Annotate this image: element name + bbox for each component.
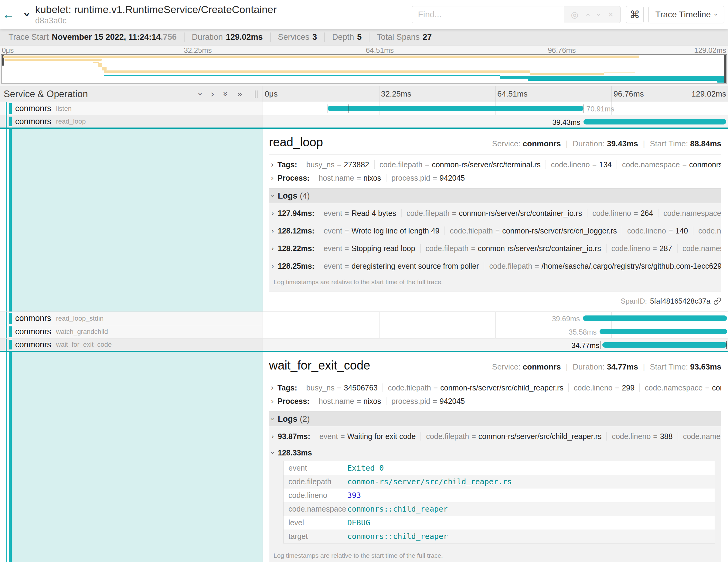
key-value-pair: code.namespace=conmonrs::co... <box>658 209 721 217</box>
tags-row[interactable]: ›Tags:busy_ns=273882code.filepath=conmon… <box>269 158 721 171</box>
minimap-span <box>98 63 102 67</box>
meta-label: Duration: <box>573 362 607 371</box>
collapse-all-icon[interactable]: » <box>220 91 231 97</box>
expand-process-icon: › <box>271 395 274 408</box>
clear-find-icon[interactable]: × <box>608 10 613 19</box>
kv-value: conmon-rs/server/src/child_reaper.rs <box>440 383 563 392</box>
span-timeline-cell[interactable]: 34.77ms <box>263 339 728 351</box>
minimap-canvas[interactable] <box>1 54 727 83</box>
span-duration-bar[interactable] <box>328 106 583 111</box>
span-row[interactable]: conmonrslisten70.91ms <box>0 102 728 115</box>
meta-value: 34.77ms <box>607 362 638 371</box>
detail-divider <box>269 155 721 155</box>
summary-item-label: Trace Start <box>9 32 49 42</box>
find-input[interactable] <box>412 6 564 23</box>
process-row[interactable]: ›Process:host.name=nixosprocess.pid=9420… <box>269 171 721 185</box>
span-duration-bar[interactable] <box>583 315 727 321</box>
key-value-pair: busy_ns=273882 <box>301 160 375 169</box>
expand-tags-icon: › <box>271 381 274 394</box>
span-detail-meta: Service: conmonrs|Duration: 34.77ms|Star… <box>492 362 721 372</box>
kv-value: 299 <box>622 383 634 392</box>
process-label: Process: <box>277 397 310 405</box>
minimap-right-drag-handle[interactable] <box>724 55 726 83</box>
minimap-span <box>102 67 107 70</box>
tags-label: Tags: <box>277 383 297 392</box>
span-row[interactable]: conmonrsread_loop_stdin39.69ms <box>0 312 728 325</box>
find-control: ◎ › › × <box>412 6 621 23</box>
span-duration-bar[interactable] <box>602 342 727 348</box>
span-timeline-cell[interactable]: 35.58ms <box>263 325 728 338</box>
logs-count: (4) <box>300 191 310 200</box>
summary-item: Total Spans27 <box>369 32 439 42</box>
operation-name: wait_for_exit_code <box>56 341 112 349</box>
minimap-tick-labels: 0μs32.25ms64.51ms96.76ms129.02ms <box>0 46 728 54</box>
expand-all-icon[interactable]: » <box>237 89 243 99</box>
meta-label: Start Time: <box>650 139 690 148</box>
logs-header[interactable]: ›Logs(4) <box>269 189 721 203</box>
process-row[interactable]: ›Process:host.name=nixosprocess.pid=9420… <box>269 394 721 408</box>
span-link-icon[interactable] <box>713 297 721 305</box>
key-value-pair: code.namespace=conmonrs::terminal <box>617 160 721 169</box>
kv-equals: = <box>345 209 349 217</box>
span-duration-bar[interactable] <box>583 119 726 124</box>
log-field-value: 393 <box>347 491 361 500</box>
kv-key: code.filepath <box>388 383 431 392</box>
kv-equals: = <box>653 244 657 253</box>
kv-equals: = <box>356 397 361 405</box>
expand-one-icon[interactable]: › <box>211 89 214 99</box>
key-value-pair: code.lineno=388 <box>607 432 678 441</box>
span-timeline-cell[interactable]: 39.43ms <box>263 115 728 128</box>
logs-section: ›Logs(4)›127.94ms:event=Read 4 bytescode… <box>269 188 721 291</box>
focus-match-icon[interactable]: ◎ <box>571 10 578 20</box>
next-match-icon[interactable]: › <box>594 13 604 16</box>
kv-value: 287 <box>659 244 672 253</box>
log-field-row: eventExited 0 <box>284 461 715 475</box>
log-entry[interactable]: ›128.12ms:event=Wrote log line of length… <box>269 223 721 238</box>
kv-value: Read 4 bytes <box>352 209 396 217</box>
span-name-cell[interactable]: conmonrslisten <box>0 102 263 115</box>
column-resize-grip[interactable] <box>255 90 258 98</box>
collapse-trace-header-icon[interactable]: › <box>21 12 34 17</box>
span-name-cell[interactable]: conmonrswatch_grandchild <box>0 325 263 338</box>
span-name-cell[interactable]: conmonrsread_loop_stdin <box>0 312 263 325</box>
prev-match-icon[interactable]: › <box>583 13 593 16</box>
collapse-one-icon[interactable]: › <box>195 92 206 96</box>
service-name: conmonrs <box>15 117 51 126</box>
log-entry[interactable]: ›128.22ms:event=Stopping read loopcode.f… <box>269 241 721 256</box>
back-button[interactable]: ← <box>0 0 17 29</box>
span-duration-bar[interactable] <box>600 329 727 334</box>
timeline-tick-label: 0μs <box>2 46 14 55</box>
kv-equals: = <box>495 227 500 235</box>
view-selector-button[interactable]: Trace Timeline › <box>648 6 724 23</box>
logs-header[interactable]: ›Logs(2) <box>269 412 721 426</box>
log-field-row: code.namespaceconmonrs::child_reaper <box>284 502 715 516</box>
log-field-row: targetconmonrs::child_reaper <box>284 530 715 543</box>
kv-key: code.namespace <box>698 227 721 235</box>
span-row[interactable]: conmonrsread_loop39.43ms <box>0 115 728 129</box>
log-timestamp: 128.33ms <box>278 448 312 457</box>
tags-row[interactable]: ›Tags:busy_ns=34506763code.filepath=conm… <box>269 381 721 394</box>
span-row[interactable]: conmonrswatch_grandchild35.58ms <box>0 325 728 339</box>
log-field-value: DEBUG <box>347 518 370 527</box>
grid-header: Service & Operation › › » » 0μs32.25ms64… <box>0 86 728 102</box>
log-field-key: target <box>284 532 347 541</box>
kv-key: event <box>324 244 342 253</box>
span-name-cell[interactable]: conmonrswait_for_exit_code <box>0 339 263 351</box>
log-entry[interactable]: ›93.87ms:event=Waiting for exit codecode… <box>269 429 721 444</box>
service-color-stripe <box>9 313 12 324</box>
span-timeline-cell[interactable]: 70.91ms <box>263 102 728 115</box>
log-field-value: conmonrs::child_reaper <box>347 532 448 541</box>
log-entry[interactable]: ›128.25ms:event=deregistering event sour… <box>269 258 721 274</box>
kv-equals: = <box>345 262 349 270</box>
span-detail-title: read_loop <box>269 135 492 149</box>
kv-key: code.filepath <box>426 432 469 441</box>
keyboard-shortcuts-button[interactable]: ⌘ <box>626 6 644 23</box>
span-name-cell[interactable]: conmonrsread_loop <box>0 115 263 128</box>
log-entry[interactable]: ›127.94ms:event=Read 4 bytescode.filepat… <box>269 206 721 221</box>
log-entry-expanded-header[interactable]: ›128.33ms <box>269 446 721 460</box>
meta-label: Start Time: <box>650 362 690 371</box>
span-timeline-cell[interactable]: 39.69ms <box>263 312 728 325</box>
timeline-tick-label: 0μs <box>265 89 277 99</box>
key-value-pair: code.lineno=264 <box>587 209 658 217</box>
span-row[interactable]: conmonrswait_for_exit_code34.77ms <box>0 339 728 352</box>
